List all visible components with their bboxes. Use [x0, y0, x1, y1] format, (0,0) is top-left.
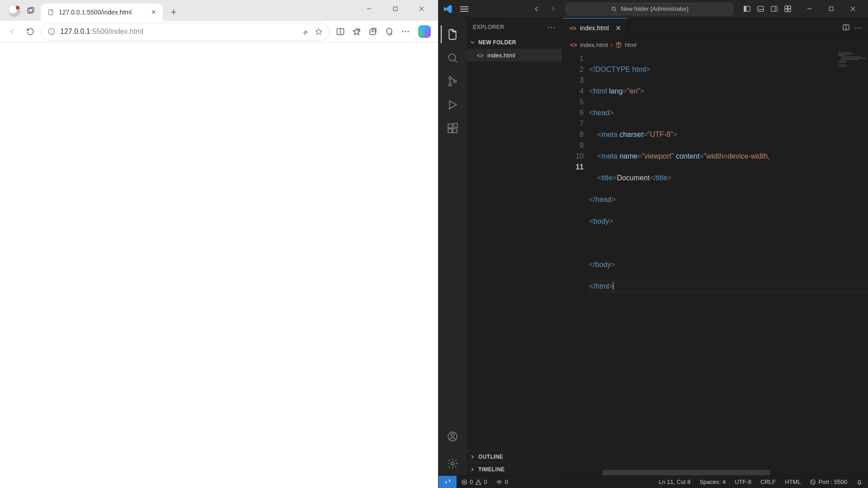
problems-status[interactable]: 0 0 — [457, 479, 491, 485]
svg-line-22 — [615, 10, 616, 11]
explorer-title: EXPLORER — [473, 24, 504, 30]
symbol-icon — [615, 42, 622, 48]
settings-activity-icon[interactable] — [441, 452, 464, 475]
svg-rect-44 — [448, 129, 452, 133]
remote-indicator[interactable] — [439, 476, 457, 488]
copilot-icon[interactable] — [418, 25, 431, 38]
minimap[interactable] — [836, 52, 868, 70]
nav-forward-icon[interactable] — [546, 2, 560, 16]
indentation-status[interactable]: Spaces: 4 — [695, 479, 730, 485]
favorite-star-icon[interactable] — [315, 28, 323, 36]
editor-tabs: <> index.html ✕ ⋯ — [563, 18, 868, 38]
extensions-activity-icon[interactable] — [441, 117, 464, 140]
html-file-icon: <> — [569, 24, 576, 32]
breadcrumb[interactable]: <> index.html › html — [563, 38, 868, 52]
toggle-primary-sidebar-icon[interactable] — [741, 4, 752, 14]
browser-tab[interactable]: 127.0.0.1:5500/index.html ✕ — [41, 4, 163, 21]
browser-viewport[interactable] — [0, 42, 438, 488]
accounts-activity-icon[interactable] — [441, 425, 464, 448]
folder-header[interactable]: NEW FOLDER — [467, 36, 562, 49]
search-placeholder: New folder [Administrator] — [621, 5, 689, 12]
toggle-secondary-sidebar-icon[interactable] — [769, 4, 779, 14]
command-center[interactable]: New folder [Administrator] — [566, 3, 733, 15]
language-mode[interactable]: HTML — [780, 479, 805, 485]
vscode-logo-icon — [443, 4, 453, 14]
svg-rect-3 — [393, 7, 397, 10]
vsc-maximize-button[interactable] — [820, 0, 842, 18]
explorer-activity-icon[interactable] — [441, 23, 464, 46]
svg-rect-43 — [448, 124, 452, 128]
tab-close-icon[interactable]: ✕ — [615, 24, 621, 33]
favorites-icon[interactable] — [351, 26, 362, 37]
profile-avatar-icon[interactable] — [8, 5, 21, 17]
editor-tab[interactable]: <> index.html ✕ — [563, 18, 628, 38]
svg-text:»: » — [306, 30, 308, 33]
new-tab-button[interactable]: ＋ — [165, 4, 182, 20]
svg-rect-46 — [453, 123, 458, 127]
code-content[interactable]: <!DOCTYPE html> <html lang="en"> <head> … — [589, 52, 868, 475]
toggle-panel-icon[interactable] — [755, 4, 766, 14]
chevron-right-icon — [469, 454, 476, 460]
vsc-minimize-button[interactable] — [798, 0, 820, 18]
customize-layout-icon[interactable] — [782, 4, 793, 14]
vscode-window-controls — [798, 0, 863, 18]
svg-line-60 — [811, 481, 814, 483]
browser-window-controls — [356, 0, 434, 21]
explorer-more-icon[interactable]: ⋯ — [547, 22, 556, 32]
radio-tower-icon — [496, 479, 502, 485]
tab-label: index.html — [580, 24, 609, 32]
chevron-down-icon — [469, 39, 476, 46]
ports-status[interactable]: 0 — [491, 479, 512, 485]
cursor-position[interactable]: Ln 11, Col 8 — [654, 479, 695, 485]
split-editor-icon[interactable] — [842, 23, 850, 31]
address-bar[interactable]: 127.0.0.1:5500/index.html » — [41, 23, 330, 41]
close-button[interactable] — [408, 0, 434, 17]
live-server-status[interactable]: Port : 5500 — [805, 479, 852, 485]
refresh-button[interactable] — [23, 24, 38, 39]
source-control-activity-icon[interactable] — [441, 70, 464, 93]
svg-point-41 — [454, 80, 456, 82]
hamburger-menu-icon[interactable] — [460, 4, 471, 14]
timeline-panel[interactable]: TIMELINE — [467, 463, 562, 475]
split-screen-icon[interactable] — [335, 26, 346, 37]
horizontal-scrollbar[interactable] — [563, 470, 868, 475]
svg-point-48 — [451, 434, 454, 437]
activity-bar — [439, 18, 467, 475]
html-file-icon: <> — [570, 41, 577, 48]
editor-group: <> index.html ✕ ⋯ <> index.html › html — [563, 18, 868, 475]
folder-name: NEW FOLDER — [478, 39, 516, 46]
svg-point-39 — [449, 77, 451, 79]
browser-essentials-icon[interactable] — [384, 26, 395, 37]
code-editor[interactable]: 1 2 3 4 5 6 7 8 9 10 11 <!DOCTYPE html> … — [563, 52, 868, 475]
file-item[interactable]: <> index.html — [467, 49, 562, 61]
svg-point-17 — [390, 33, 392, 35]
encoding-status[interactable]: UTF-8 — [730, 479, 756, 485]
eol-status[interactable]: CRLF — [756, 479, 780, 485]
editor-more-icon[interactable]: ⋯ — [854, 23, 863, 32]
collections-icon[interactable] — [368, 26, 378, 37]
tab-actions-icon[interactable] — [25, 5, 36, 16]
svg-rect-31 — [785, 9, 788, 12]
maximize-button[interactable] — [382, 0, 408, 17]
html-file-icon: <> — [476, 52, 484, 59]
svg-rect-32 — [788, 9, 791, 12]
svg-point-49 — [451, 462, 454, 465]
outline-panel[interactable]: OUTLINE — [467, 450, 562, 463]
run-debug-activity-icon[interactable] — [441, 93, 464, 117]
minimize-button[interactable] — [356, 0, 382, 17]
tab-close-icon[interactable]: ✕ — [151, 9, 156, 16]
vscode-titlebar: New folder [Administrator] — [439, 0, 868, 18]
nav-back-icon[interactable] — [530, 2, 543, 16]
error-icon — [461, 479, 467, 485]
toolbar-actions — [332, 25, 434, 38]
search-activity-icon[interactable] — [441, 46, 464, 70]
back-button[interactable] — [5, 24, 20, 39]
root: 127.0.0.1:5500/index.html ✕ ＋ 127.0.0.1:… — [0, 0, 868, 488]
read-aloud-icon[interactable]: » — [302, 28, 310, 36]
explorer-header: EXPLORER ⋯ — [467, 18, 562, 36]
file-name: index.html — [487, 52, 515, 59]
more-icon[interactable] — [400, 26, 411, 37]
site-info-icon[interactable] — [47, 28, 56, 36]
notifications-icon[interactable] — [852, 479, 868, 485]
vsc-close-button[interactable] — [842, 0, 863, 18]
